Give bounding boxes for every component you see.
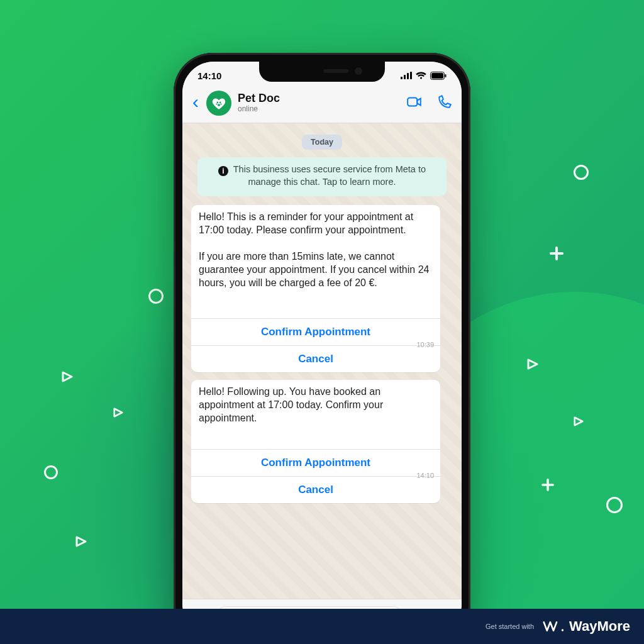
deco-circle-icon [574,165,589,180]
svg-point-9 [216,103,217,104]
svg-point-11 [218,104,220,106]
svg-rect-2 [407,73,409,79]
business-info-text: This business uses secure service from M… [233,164,426,187]
deco-triangle-icon [574,416,584,429]
contact-avatar[interactable] [206,91,231,116]
svg-rect-1 [404,75,406,79]
svg-point-8 [219,101,221,103]
contact-status: online [238,105,400,114]
brand-name: WayMore [569,618,630,635]
video-call-button[interactable] [406,94,423,113]
contact-title[interactable]: Pet Doc online [238,92,400,113]
message-time: 14:10 [416,472,434,479]
svg-rect-0 [401,77,402,79]
svg-rect-3 [410,72,412,79]
deco-circle-icon [606,497,623,513]
battery-icon [430,72,447,80]
svg-point-10 [220,103,221,104]
phone-screen: 14:10 ‹ Pet Doc online [182,62,462,635]
brand-logo: WayMore [543,618,630,635]
cancel-button[interactable]: Cancel [191,476,440,503]
deco-plus-icon [550,247,564,260]
promo-canvas: 14:10 ‹ Pet Doc online [0,0,644,644]
footer-hint: Get started with [486,623,534,630]
phone-frame: 14:10 ‹ Pet Doc online [174,53,470,644]
date-separator: Today [302,135,342,150]
chat-area[interactable]: Today i This business uses secure servic… [182,123,462,599]
svg-rect-12 [408,97,417,106]
status-icons [401,72,447,80]
deco-plus-icon [541,479,554,491]
deco-triangle-icon [113,408,123,420]
svg-rect-5 [431,73,443,79]
svg-point-7 [217,101,219,103]
promo-footer: Get started with WayMore [0,609,644,644]
cancel-button[interactable]: Cancel [191,345,440,372]
wifi-icon [416,72,426,79]
chat-navbar: ‹ Pet Doc online [182,83,462,123]
svg-point-16 [562,629,564,631]
confirm-appointment-button[interactable]: Confirm Appointment [191,450,440,476]
contact-name: Pet Doc [238,92,400,105]
message-bubble: Hello! This is a reminder for your appoi… [191,205,440,373]
confirm-appointment-button[interactable]: Confirm Appointment [191,319,440,345]
deco-triangle-icon [527,358,538,372]
deco-circle-icon [44,465,58,479]
back-button[interactable]: ‹ [191,92,200,114]
business-info-banner[interactable]: i This business uses secure service from… [197,157,447,196]
cellular-icon [401,72,412,79]
deco-triangle-icon [75,536,87,550]
deco-circle-icon [148,289,164,304]
svg-rect-6 [445,74,447,77]
message-bubble: Hello! Following up. You have booked an … [191,380,440,502]
message-time: 10:39 [416,341,434,348]
status-time: 14:10 [197,70,221,81]
waymore-mark-icon [543,619,564,633]
message-text: Hello! This is a reminder for your appoi… [199,210,433,290]
phone-notch [259,62,385,82]
message-text: Hello! Following up. You have booked an … [199,385,433,425]
deco-triangle-icon [62,371,73,385]
heart-paw-icon [211,95,227,111]
audio-call-button[interactable] [436,94,453,113]
info-icon: i [218,166,228,176]
